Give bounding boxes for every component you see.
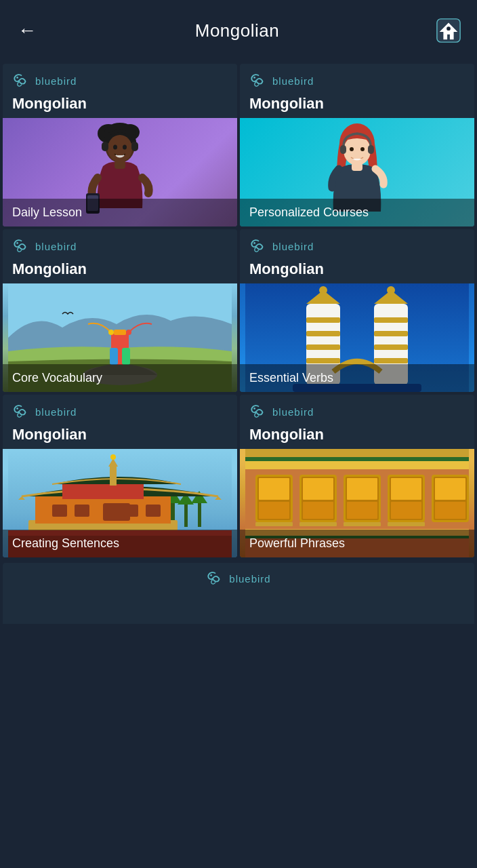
bluebird-logo-verbs: bluebird <box>249 239 314 254</box>
svg-point-32 <box>126 330 131 335</box>
svg-point-75 <box>253 408 255 410</box>
svg-point-33 <box>253 242 255 244</box>
svg-rect-14 <box>102 142 108 151</box>
card-header-verbs: bluebird <box>240 229 474 260</box>
card-label-verbs: Essential Verbs <box>249 371 333 384</box>
app-header: ← Mongolian <box>0 0 477 61</box>
svg-rect-94 <box>347 502 377 519</box>
svg-rect-29 <box>110 348 118 365</box>
svg-point-8 <box>108 135 132 162</box>
bottom-partial-card[interactable]: bluebird <box>3 563 474 624</box>
svg-rect-89 <box>303 502 333 519</box>
svg-rect-83 <box>259 478 289 500</box>
svg-rect-41 <box>306 358 340 363</box>
svg-rect-42 <box>374 317 408 323</box>
svg-point-2 <box>447 26 451 31</box>
card-lang-phrases: Mongolian <box>240 426 474 449</box>
svg-rect-78 <box>245 449 469 457</box>
svg-rect-80 <box>245 461 469 469</box>
card-lang-daily: Mongolian <box>3 95 237 118</box>
card-creating-sentences[interactable]: bluebird Mongolian <box>3 395 237 557</box>
svg-point-24 <box>16 242 18 244</box>
bird-icon-daily <box>12 73 31 88</box>
svg-rect-55 <box>184 503 188 527</box>
bluebird-brand-phrases: bluebird <box>272 406 314 418</box>
card-header-core: bluebird <box>3 229 237 260</box>
svg-rect-104 <box>435 502 465 519</box>
svg-rect-44 <box>374 344 408 350</box>
home-button[interactable] <box>434 16 463 45</box>
card-overlay-sentences: Creating Sentences <box>3 530 237 557</box>
card-daily-lesson[interactable]: bluebird Mongolian <box>3 64 237 226</box>
card-personalized-courses[interactable]: bluebird Mongolian <box>240 64 474 226</box>
bluebird-logo-bottom: bluebird <box>206 571 270 586</box>
card-powerful-phrases[interactable]: bluebird Mongolian <box>240 395 474 557</box>
svg-rect-43 <box>374 331 408 336</box>
svg-rect-40 <box>306 344 340 350</box>
card-lang-verbs: Mongolian <box>240 260 474 283</box>
card-image-phrases: Powerful Phrases <box>240 449 474 557</box>
bird-icon-phrases <box>249 404 268 419</box>
svg-rect-85 <box>255 522 293 526</box>
svg-rect-39 <box>306 331 340 336</box>
svg-rect-64 <box>62 484 144 499</box>
card-header-daily: bluebird <box>3 64 237 95</box>
svg-point-48 <box>319 286 327 294</box>
svg-rect-22 <box>340 145 346 154</box>
card-header-personalized: bluebird <box>240 64 474 95</box>
svg-rect-30 <box>122 348 130 365</box>
card-essential-verbs[interactable]: bluebird Mongolian <box>240 229 474 392</box>
svg-rect-45 <box>374 358 408 363</box>
card-core-vocabulary[interactable]: bluebird Mongolian <box>3 229 237 392</box>
bird-icon-core <box>12 239 31 254</box>
card-image-core: Core Vocabulary <box>3 283 237 392</box>
card-label-daily: Daily Lesson <box>12 205 82 219</box>
svg-point-3 <box>16 77 18 79</box>
svg-rect-72 <box>146 505 161 517</box>
card-overlay-verbs: Essential Verbs <box>240 364 474 392</box>
svg-point-108 <box>211 574 213 576</box>
bluebird-logo-daily: bluebird <box>12 73 77 88</box>
svg-rect-71 <box>123 505 138 517</box>
card-lang-sentences: Mongolian <box>3 426 237 449</box>
course-grid: bluebird Mongolian <box>0 61 477 560</box>
card-image-daily: Daily Lesson <box>3 118 237 226</box>
card-image-verbs: Essential Verbs <box>240 283 474 392</box>
bird-icon-personalized <box>249 73 268 88</box>
bird-icon-verbs <box>249 239 268 254</box>
card-header-phrases: bluebird <box>240 395 474 426</box>
svg-rect-93 <box>347 478 377 500</box>
svg-point-67 <box>110 454 116 460</box>
svg-point-16 <box>253 77 255 79</box>
svg-rect-90 <box>299 522 337 526</box>
card-image-sentences: Creating Sentences <box>3 449 237 557</box>
bird-icon-sentences <box>12 404 31 419</box>
back-button[interactable]: ← <box>14 20 41 41</box>
svg-point-10 <box>123 144 127 149</box>
svg-rect-70 <box>75 505 89 517</box>
bluebird-logo-personalized: bluebird <box>249 73 314 88</box>
svg-point-20 <box>360 147 365 151</box>
svg-rect-84 <box>259 502 289 519</box>
card-lang-core: Mongolian <box>3 260 237 283</box>
bluebird-brand-sentences: bluebird <box>35 406 77 418</box>
card-image-personalized: Personalized Courses <box>240 118 474 226</box>
card-overlay-daily: Daily Lesson <box>3 199 237 226</box>
svg-rect-100 <box>388 522 425 526</box>
svg-rect-65 <box>110 464 117 486</box>
svg-rect-28 <box>114 330 126 335</box>
svg-rect-21 <box>352 163 362 171</box>
svg-rect-11 <box>115 161 125 169</box>
bluebird-logo-phrases: bluebird <box>249 404 314 419</box>
svg-rect-98 <box>391 478 421 500</box>
card-label-sentences: Creating Sentences <box>12 536 119 550</box>
card-lang-personalized: Mongolian <box>240 95 474 118</box>
bluebird-brand-daily: bluebird <box>35 75 77 87</box>
card-header-sentences: bluebird <box>3 395 237 426</box>
svg-rect-15 <box>131 142 138 151</box>
svg-point-49 <box>387 286 395 294</box>
bluebird-logo-sentences: bluebird <box>12 404 77 419</box>
card-label-phrases: Powerful Phrases <box>249 536 345 550</box>
svg-rect-79 <box>245 457 469 461</box>
bluebird-brand-core: bluebird <box>35 241 77 252</box>
